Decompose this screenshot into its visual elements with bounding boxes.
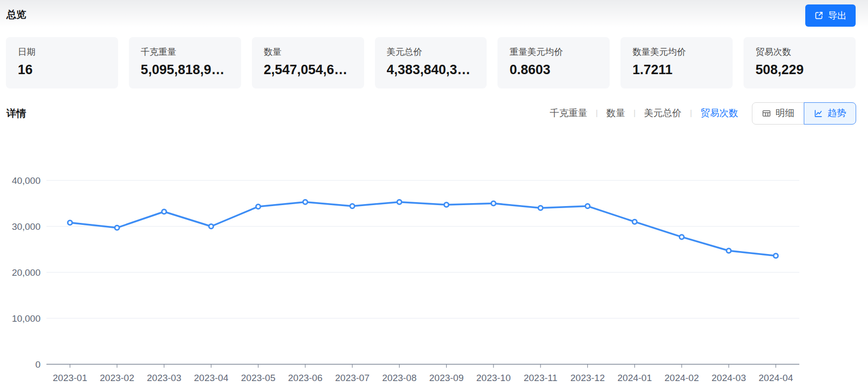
x-axis-tick-label: 2024-03 bbox=[711, 373, 746, 383]
stat-card-value: 0.8603 bbox=[509, 62, 598, 78]
stat-card-value: 2,547,054,6… bbox=[264, 62, 352, 78]
metric-tab-trade-count[interactable]: 贸易次数 bbox=[701, 107, 738, 120]
y-axis-tick-label: 20,000 bbox=[12, 267, 41, 278]
stat-card-kg-weight: 千克重量 5,095,818,9… bbox=[129, 37, 241, 88]
x-axis-tick-label: 2023-02 bbox=[100, 373, 134, 383]
line-chart-icon bbox=[814, 109, 823, 118]
x-axis-tick-label: 2024-01 bbox=[618, 373, 652, 383]
x-axis-tick-label: 2023-01 bbox=[53, 373, 87, 383]
y-axis-tick-label: 30,000 bbox=[12, 221, 41, 232]
y-axis-tick-label: 0 bbox=[35, 359, 41, 370]
data-point bbox=[68, 220, 72, 225]
data-point bbox=[632, 219, 637, 224]
x-axis-tick-label: 2023-11 bbox=[524, 373, 557, 383]
stat-card-date: 日期 16 bbox=[6, 37, 118, 88]
metric-tab-kg-weight[interactable]: 千克重量 bbox=[550, 107, 587, 120]
data-point bbox=[679, 235, 684, 239]
stat-card-qty-avg-price: 数量美元均价 1.7211 bbox=[620, 37, 733, 88]
data-point bbox=[209, 224, 213, 229]
trend-view-label: 趋势 bbox=[827, 107, 846, 120]
stat-card-value: 4,383,840,3… bbox=[387, 62, 475, 78]
details-bar: 详情 千克重量 | 数量 | 美元总价 | 贸易次数 明细 bbox=[6, 102, 856, 125]
stat-card-trade-count: 贸易次数 508,229 bbox=[744, 37, 856, 88]
data-point bbox=[256, 205, 260, 209]
data-point bbox=[162, 210, 166, 214]
stat-card-label: 数量美元均价 bbox=[632, 46, 721, 58]
y-axis-tick-label: 10,000 bbox=[12, 313, 41, 324]
stat-card-label: 重量美元均价 bbox=[509, 46, 598, 58]
metric-separator: | bbox=[633, 108, 635, 118]
x-axis-tick-label: 2023-08 bbox=[382, 373, 417, 383]
table-icon bbox=[762, 109, 771, 118]
data-point bbox=[727, 249, 731, 253]
metric-tab-usd-total[interactable]: 美元总价 bbox=[644, 107, 682, 120]
view-toggle-group: 明细 趋势 bbox=[752, 102, 856, 125]
data-point bbox=[491, 201, 496, 206]
details-title: 详情 bbox=[6, 107, 26, 120]
stat-cards-row: 日期 16 千克重量 5,095,818,9… 数量 2,547,054,6… … bbox=[6, 37, 856, 88]
export-icon bbox=[814, 11, 824, 20]
metric-separator: | bbox=[596, 108, 598, 118]
data-point bbox=[538, 206, 543, 210]
x-axis-tick-label: 2023-07 bbox=[335, 373, 370, 383]
stat-card-value: 1.7211 bbox=[632, 62, 721, 78]
x-axis-tick-label: 2023-03 bbox=[147, 373, 181, 383]
stat-card-label: 数量 bbox=[264, 46, 352, 58]
stat-card-value: 5,095,818,9… bbox=[141, 62, 229, 78]
stat-card-label: 日期 bbox=[18, 46, 106, 58]
metric-separator: | bbox=[690, 108, 692, 118]
data-point bbox=[774, 254, 778, 258]
data-point bbox=[444, 203, 449, 207]
trend-chart-canvas[interactable]: 010,00020,00030,00040,0002023-012023-022… bbox=[0, 148, 868, 386]
stat-card-label: 美元总价 bbox=[387, 46, 475, 58]
stat-card-value: 16 bbox=[18, 62, 106, 78]
top-gradient bbox=[0, 0, 868, 27]
detail-view-button[interactable]: 明细 bbox=[752, 102, 804, 125]
data-point bbox=[303, 200, 307, 204]
details-controls: 千克重量 | 数量 | 美元总价 | 贸易次数 明细 bbox=[550, 102, 856, 125]
x-axis-tick-label: 2023-05 bbox=[241, 373, 276, 383]
data-point bbox=[350, 204, 355, 209]
trend-line bbox=[70, 202, 776, 256]
x-axis-tick-label: 2023-10 bbox=[476, 373, 511, 383]
data-point bbox=[397, 200, 402, 204]
x-axis-tick-label: 2024-04 bbox=[759, 373, 793, 383]
x-axis-tick-label: 2023-06 bbox=[288, 373, 323, 383]
metric-tab-quantity[interactable]: 数量 bbox=[606, 107, 625, 120]
stat-card-label: 贸易次数 bbox=[755, 46, 844, 58]
x-axis-tick-label: 2024-02 bbox=[664, 373, 699, 383]
x-axis-tick-label: 2023-09 bbox=[429, 373, 464, 383]
x-axis-tick-label: 2023-12 bbox=[571, 373, 605, 383]
data-point bbox=[585, 204, 590, 209]
export-button[interactable]: 导出 bbox=[805, 4, 856, 27]
export-button-label: 导出 bbox=[828, 9, 847, 22]
data-point bbox=[115, 225, 119, 230]
trend-view-button[interactable]: 趋势 bbox=[804, 102, 856, 125]
stat-card-weight-avg-price: 重量美元均价 0.8603 bbox=[497, 37, 610, 88]
stat-card-usd-total: 美元总价 4,383,840,3… bbox=[375, 37, 487, 88]
stat-card-value: 508,229 bbox=[755, 62, 844, 78]
x-axis-tick-label: 2023-04 bbox=[194, 373, 229, 383]
stat-card-quantity: 数量 2,547,054,6… bbox=[252, 37, 364, 88]
page-title: 总览 bbox=[6, 8, 26, 21]
stat-card-label: 千克重量 bbox=[141, 46, 229, 58]
y-axis-tick-label: 40,000 bbox=[12, 175, 41, 186]
detail-view-label: 明细 bbox=[776, 107, 794, 120]
